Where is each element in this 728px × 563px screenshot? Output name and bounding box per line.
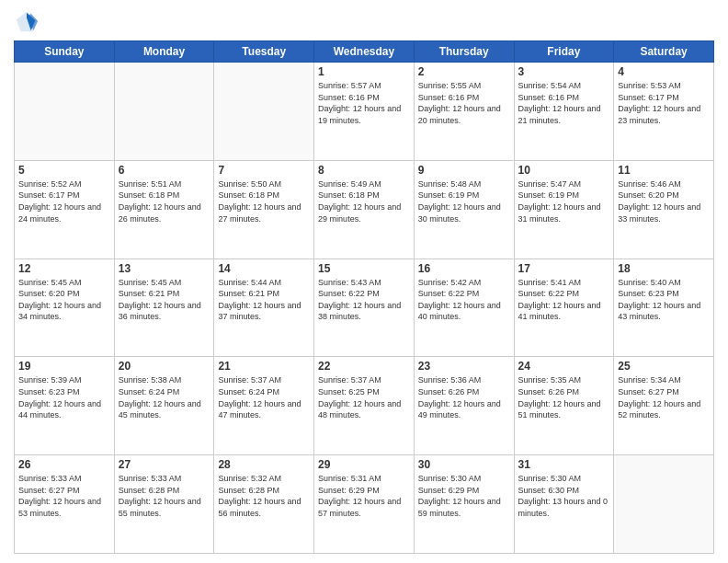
- day-info: Sunrise: 5:53 AMSunset: 6:17 PMDaylight:…: [618, 80, 710, 126]
- day-info: Sunrise: 5:30 AMSunset: 6:30 PMDaylight:…: [518, 473, 610, 519]
- day-header-wednesday: Wednesday: [314, 41, 415, 63]
- day-info: Sunrise: 5:35 AMSunset: 6:26 PMDaylight:…: [518, 374, 610, 420]
- calendar-cell: 20Sunrise: 5:38 AMSunset: 6:24 PMDayligh…: [114, 357, 214, 455]
- day-info: Sunrise: 5:46 AMSunset: 6:20 PMDaylight:…: [618, 178, 710, 224]
- day-info: Sunrise: 5:49 AMSunset: 6:18 PMDaylight:…: [318, 178, 410, 224]
- calendar-cell: 26Sunrise: 5:33 AMSunset: 6:27 PMDayligh…: [15, 455, 115, 554]
- calendar-cell: 25Sunrise: 5:34 AMSunset: 6:27 PMDayligh…: [614, 357, 714, 455]
- day-number: 22: [318, 360, 410, 373]
- calendar-cell: [614, 455, 714, 554]
- day-info: Sunrise: 5:30 AMSunset: 6:29 PMDaylight:…: [418, 473, 510, 519]
- day-number: 7: [218, 164, 310, 177]
- day-info: Sunrise: 5:37 AMSunset: 6:24 PMDaylight:…: [218, 374, 310, 420]
- day-info: Sunrise: 5:39 AMSunset: 6:23 PMDaylight:…: [18, 374, 110, 420]
- calendar-header-row: SundayMondayTuesdayWednesdayThursdayFrid…: [15, 41, 714, 63]
- day-info: Sunrise: 5:40 AMSunset: 6:23 PMDaylight:…: [618, 277, 710, 323]
- calendar-cell: [214, 63, 314, 161]
- calendar-cell: 27Sunrise: 5:33 AMSunset: 6:28 PMDayligh…: [114, 455, 214, 554]
- day-info: Sunrise: 5:45 AMSunset: 6:20 PMDaylight:…: [18, 277, 110, 323]
- day-info: Sunrise: 5:31 AMSunset: 6:29 PMDaylight:…: [318, 473, 410, 519]
- day-number: 2: [418, 65, 510, 78]
- header: [14, 9, 714, 35]
- day-number: 21: [218, 360, 310, 373]
- day-number: 23: [418, 360, 510, 373]
- day-info: Sunrise: 5:48 AMSunset: 6:19 PMDaylight:…: [418, 178, 510, 224]
- calendar-cell: 19Sunrise: 5:39 AMSunset: 6:23 PMDayligh…: [15, 357, 115, 455]
- day-info: Sunrise: 5:55 AMSunset: 6:16 PMDaylight:…: [418, 80, 510, 126]
- calendar-cell: 23Sunrise: 5:36 AMSunset: 6:26 PMDayligh…: [414, 357, 514, 455]
- calendar-cell: 15Sunrise: 5:43 AMSunset: 6:22 PMDayligh…: [314, 259, 415, 357]
- calendar-cell: 4Sunrise: 5:53 AMSunset: 6:17 PMDaylight…: [614, 63, 714, 161]
- day-header-monday: Monday: [114, 41, 214, 63]
- day-info: Sunrise: 5:47 AMSunset: 6:19 PMDaylight:…: [518, 178, 610, 224]
- day-info: Sunrise: 5:54 AMSunset: 6:16 PMDaylight:…: [518, 80, 610, 126]
- calendar-week-1: 1Sunrise: 5:57 AMSunset: 6:16 PMDaylight…: [15, 63, 714, 161]
- day-number: 1: [318, 65, 410, 78]
- day-info: Sunrise: 5:38 AMSunset: 6:24 PMDaylight:…: [119, 374, 210, 420]
- day-info: Sunrise: 5:33 AMSunset: 6:28 PMDaylight:…: [119, 473, 210, 519]
- calendar-cell: 18Sunrise: 5:40 AMSunset: 6:23 PMDayligh…: [614, 259, 714, 357]
- calendar-cell: 9Sunrise: 5:48 AMSunset: 6:19 PMDaylight…: [414, 160, 514, 259]
- calendar-cell: [15, 63, 115, 161]
- calendar-week-3: 12Sunrise: 5:45 AMSunset: 6:20 PMDayligh…: [15, 259, 714, 357]
- day-info: Sunrise: 5:42 AMSunset: 6:22 PMDaylight:…: [418, 277, 510, 323]
- day-number: 26: [18, 458, 110, 471]
- day-number: 3: [518, 65, 610, 78]
- day-number: 11: [618, 164, 710, 177]
- calendar-cell: 17Sunrise: 5:41 AMSunset: 6:22 PMDayligh…: [514, 259, 614, 357]
- day-number: 4: [618, 65, 710, 78]
- day-number: 31: [518, 458, 610, 471]
- calendar-cell: 12Sunrise: 5:45 AMSunset: 6:20 PMDayligh…: [15, 259, 115, 357]
- calendar-cell: 10Sunrise: 5:47 AMSunset: 6:19 PMDayligh…: [514, 160, 614, 259]
- day-info: Sunrise: 5:45 AMSunset: 6:21 PMDaylight:…: [119, 277, 210, 323]
- calendar-cell: 13Sunrise: 5:45 AMSunset: 6:21 PMDayligh…: [114, 259, 214, 357]
- day-header-saturday: Saturday: [614, 41, 714, 63]
- day-number: 5: [18, 164, 110, 177]
- day-number: 15: [318, 262, 410, 275]
- day-number: 10: [518, 164, 610, 177]
- day-number: 18: [618, 262, 710, 275]
- logo: [14, 9, 42, 35]
- day-number: 19: [18, 360, 110, 373]
- day-number: 13: [119, 262, 210, 275]
- calendar-week-4: 19Sunrise: 5:39 AMSunset: 6:23 PMDayligh…: [15, 357, 714, 455]
- calendar-cell: 2Sunrise: 5:55 AMSunset: 6:16 PMDaylight…: [414, 63, 514, 161]
- day-number: 28: [218, 458, 310, 471]
- day-info: Sunrise: 5:37 AMSunset: 6:25 PMDaylight:…: [318, 374, 410, 420]
- logo-icon: [14, 9, 40, 35]
- day-info: Sunrise: 5:44 AMSunset: 6:21 PMDaylight:…: [218, 277, 310, 323]
- calendar-cell: 14Sunrise: 5:44 AMSunset: 6:21 PMDayligh…: [214, 259, 314, 357]
- day-number: 30: [418, 458, 510, 471]
- calendar-cell: 21Sunrise: 5:37 AMSunset: 6:24 PMDayligh…: [214, 357, 314, 455]
- calendar-cell: 31Sunrise: 5:30 AMSunset: 6:30 PMDayligh…: [514, 455, 614, 554]
- day-info: Sunrise: 5:51 AMSunset: 6:18 PMDaylight:…: [119, 178, 210, 224]
- day-number: 20: [119, 360, 210, 373]
- day-info: Sunrise: 5:41 AMSunset: 6:22 PMDaylight:…: [518, 277, 610, 323]
- day-number: 12: [18, 262, 110, 275]
- calendar-cell: 28Sunrise: 5:32 AMSunset: 6:28 PMDayligh…: [214, 455, 314, 554]
- calendar-cell: 7Sunrise: 5:50 AMSunset: 6:18 PMDaylight…: [214, 160, 314, 259]
- calendar-cell: 6Sunrise: 5:51 AMSunset: 6:18 PMDaylight…: [114, 160, 214, 259]
- calendar-cell: 11Sunrise: 5:46 AMSunset: 6:20 PMDayligh…: [614, 160, 714, 259]
- day-number: 9: [418, 164, 510, 177]
- day-info: Sunrise: 5:34 AMSunset: 6:27 PMDaylight:…: [618, 374, 710, 420]
- calendar-cell: 24Sunrise: 5:35 AMSunset: 6:26 PMDayligh…: [514, 357, 614, 455]
- day-info: Sunrise: 5:50 AMSunset: 6:18 PMDaylight:…: [218, 178, 310, 224]
- calendar-week-2: 5Sunrise: 5:52 AMSunset: 6:17 PMDaylight…: [15, 160, 714, 259]
- day-header-tuesday: Tuesday: [214, 41, 314, 63]
- day-number: 8: [318, 164, 410, 177]
- day-header-thursday: Thursday: [414, 41, 514, 63]
- day-number: 6: [119, 164, 210, 177]
- calendar-cell: 1Sunrise: 5:57 AMSunset: 6:16 PMDaylight…: [314, 63, 415, 161]
- calendar-table: SundayMondayTuesdayWednesdayThursdayFrid…: [14, 40, 714, 554]
- day-number: 29: [318, 458, 410, 471]
- day-info: Sunrise: 5:33 AMSunset: 6:27 PMDaylight:…: [18, 473, 110, 519]
- calendar-cell: 22Sunrise: 5:37 AMSunset: 6:25 PMDayligh…: [314, 357, 415, 455]
- day-number: 24: [518, 360, 610, 373]
- day-info: Sunrise: 5:43 AMSunset: 6:22 PMDaylight:…: [318, 277, 410, 323]
- calendar-cell: 16Sunrise: 5:42 AMSunset: 6:22 PMDayligh…: [414, 259, 514, 357]
- calendar-cell: 8Sunrise: 5:49 AMSunset: 6:18 PMDaylight…: [314, 160, 415, 259]
- day-number: 17: [518, 262, 610, 275]
- day-number: 14: [218, 262, 310, 275]
- day-number: 25: [618, 360, 710, 373]
